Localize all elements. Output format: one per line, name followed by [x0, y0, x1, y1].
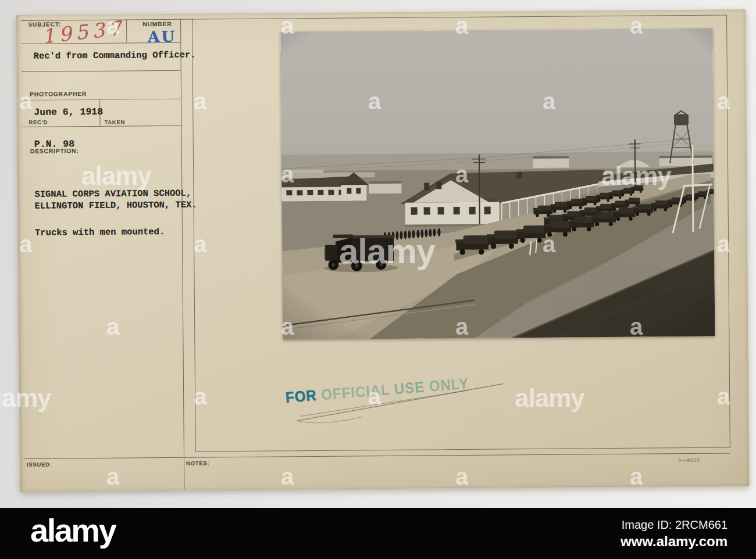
issued-label: ISSUED: — [27, 461, 52, 468]
photo-vignette — [280, 28, 715, 340]
subject-number-divider — [126, 20, 127, 43]
description-line-2: ELLINGTON FIELD, HOUSTON, TEX. — [35, 200, 197, 212]
date-value: June 6, 1918 — [34, 106, 103, 118]
photographer-row-rule — [22, 99, 181, 101]
taken-label: TAKEN — [104, 119, 125, 126]
alamy-stock-photo-page: SUBJECT: 19537 NUMBER AU Rec'd from Comm… — [0, 0, 756, 559]
historical-photograph — [280, 28, 715, 340]
description-line-3: Trucks with men mounted. — [35, 227, 165, 238]
alamy-footer-bar: alamy Image ID: 2RCM661 www.alamy.com — [0, 508, 756, 559]
received-note: Rec'd from Commanding Officer. — [33, 50, 195, 62]
description-line-1: SIGNAL CORPS AVIATION SCHOOL, — [34, 188, 191, 200]
received-row-rule — [22, 70, 181, 72]
column-divider — [180, 19, 185, 489]
image-id-text: Image ID: 2RCM661 — [621, 518, 728, 532]
number-stamp-value: AU — [148, 28, 176, 45]
issued-notes-rule — [24, 453, 730, 459]
description-label: DESCRIPTION: — [30, 147, 79, 155]
photographer-label: PHOTOGRAPHER — [30, 90, 87, 98]
form-number: 3—9605 — [678, 457, 700, 463]
alamy-website-text: www.alamy.com — [621, 533, 728, 550]
number-label: NUMBER — [142, 20, 172, 27]
alamy-logo: alamy — [30, 511, 115, 549]
pencil-strikethrough-marks — [275, 360, 555, 443]
notes-label: NOTES: — [186, 460, 209, 466]
archive-card: SUBJECT: 19537 NUMBER AU Rec'd from Comm… — [16, 9, 749, 492]
footer-credits: Image ID: 2RCM661 www.alamy.com — [621, 518, 728, 550]
date-row-rule — [22, 126, 181, 127]
recd-label: REC'D — [28, 119, 48, 126]
